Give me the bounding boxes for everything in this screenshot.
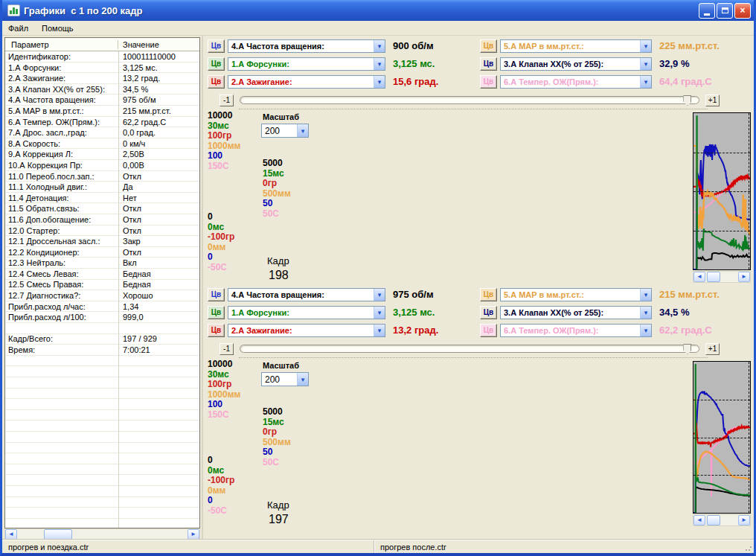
frame-back-button[interactable]: -1: [220, 95, 234, 106]
axis-label: 100: [208, 151, 240, 162]
series-select[interactable]: 5.А MAP в мм.рт.ст.:▾: [500, 288, 652, 301]
table-row: 11.4 Детонация:Нет: [5, 193, 199, 204]
param-name: 11.0 Переоб.посл.зап.:: [5, 171, 118, 182]
series-color-button[interactable]: Цв: [208, 39, 225, 53]
param-value: 62,2 град.С: [118, 117, 199, 128]
chevron-down-icon: ▾: [640, 40, 651, 52]
param-value: Откл: [118, 171, 199, 182]
scroll-right-icon[interactable]: ►: [738, 272, 750, 282]
param-name: 12.5 Смесь Правая:: [5, 279, 118, 290]
chevron-down-icon: ▾: [374, 76, 385, 88]
resize-grip[interactable]: [745, 544, 752, 552]
series-color-button[interactable]: Цв: [208, 75, 225, 89]
axis-label: 10000: [208, 111, 240, 121]
close-button[interactable]: ×: [734, 3, 751, 19]
param-value: 0,0 град.: [118, 127, 199, 138]
scrollbar-thumb[interactable]: [707, 272, 720, 282]
scale-select[interactable]: 200 ▾: [261, 124, 309, 138]
scrollbar-thumb[interactable]: [707, 515, 720, 525]
param-name: 12.0 Стартер:: [5, 226, 118, 237]
param-name: Кадр/Всего:: [5, 333, 118, 345]
scroll-right-icon[interactable]: ►: [188, 529, 199, 540]
param-name: 11.6 Доп.обогащение:: [5, 214, 118, 226]
series-current-value: 3,125 мс.: [388, 58, 435, 69]
series-select[interactable]: 1.А Форсунки:▾: [228, 57, 385, 71]
series-select[interactable]: 6.А Темпер. ОЖ(Прям.):▾: [500, 324, 652, 337]
series-select[interactable]: 2.А Зажигание:▾: [228, 324, 385, 337]
left-axis-labels: 1000030мс100гр1000мм100150С 00мс-100гр0м…: [208, 361, 255, 526]
series-selector-row: Цв5.А MAP в мм.рт.ст.:▾225 мм.рт.ст.: [480, 39, 751, 53]
param-value: Да: [118, 182, 199, 193]
scale-select[interactable]: 200 ▾: [261, 372, 309, 386]
param-value: 7:00:21: [118, 345, 199, 356]
slider-ticks: [239, 109, 708, 111]
axis-label: 5000: [263, 159, 291, 169]
series-select[interactable]: 5.А MAP в мм.рт.ст.:▾: [500, 39, 652, 53]
frame-caption: Кадр: [267, 499, 289, 511]
minimize-button[interactable]: [699, 3, 715, 19]
series-color-button[interactable]: Цв: [480, 324, 497, 337]
scroll-right-icon[interactable]: ►: [738, 515, 750, 525]
scrollbar-thumb[interactable]: [44, 529, 72, 540]
series-select[interactable]: 2.А Зажигание:▾: [228, 75, 385, 89]
frame-back-button[interactable]: -1: [220, 343, 234, 355]
series-select-label: 3.А Клапан ХХ(% от 255):: [501, 60, 640, 68]
status-file-left: прогрев и поездка.ctr: [2, 540, 374, 553]
series-select[interactable]: 3.А Клапан ХХ(% от 255):▾: [500, 306, 652, 319]
table-scrollbar[interactable]: ◄ ►: [4, 528, 200, 540]
series-select-label: 2.А Зажигание:: [228, 77, 374, 86]
table-row: Идентификатор:100011110000: [5, 51, 199, 63]
series-color-button[interactable]: Цв: [480, 288, 497, 301]
scroll-left-icon[interactable]: ◄: [5, 529, 17, 540]
table-row: 12.2 Кондиционер:Откл: [5, 247, 199, 258]
series-color-button[interactable]: Цв: [208, 288, 225, 301]
series-select[interactable]: 4.А Частота вращения:▾: [228, 288, 385, 301]
series-current-value: 3,125 мс.: [388, 307, 435, 318]
series-color-button[interactable]: Цв: [208, 306, 225, 319]
series-color-button[interactable]: Цв: [480, 306, 497, 319]
series-line: [693, 422, 750, 447]
menu-help[interactable]: Помощь: [42, 24, 74, 33]
series-select-label: 1.А Форсунки:: [228, 60, 374, 68]
series-color-button[interactable]: Цв: [480, 75, 497, 89]
series-select[interactable]: 6.А Темпер. ОЖ(Прям.):▾: [500, 75, 652, 89]
plot-area-top[interactable]: [693, 112, 751, 270]
param-value: 0 км/ч: [118, 138, 199, 150]
chart-scrollbar-top[interactable]: ◄ ►: [693, 271, 751, 283]
slider-track[interactable]: [240, 96, 699, 104]
table-row: 7.А Дрос. засл.,град:0,0 град.: [5, 127, 199, 138]
series-selector-row: Цв4.А Частота вращения:▾900 об/м: [208, 39, 480, 53]
frame-forward-button[interactable]: +1: [705, 343, 720, 355]
series-line: [696, 488, 750, 513]
series-selector-row: Цв3.А Клапан ХХ(% от 255):▾34,5 %: [480, 305, 751, 319]
slider-track[interactable]: [240, 345, 699, 353]
maximize-button[interactable]: [717, 3, 733, 19]
table-row: 12.7 Диагностика?:Хорошо: [5, 290, 199, 301]
param-name: 4.А Частота вращения:: [5, 95, 118, 106]
table-row: 5.А MAP в мм.рт.ст.:215 мм.рт.ст.: [5, 106, 199, 117]
column-header-value: Значение: [118, 40, 199, 49]
frame-slider[interactable]: [240, 343, 699, 355]
titlebar: Графики с 1 по 200 кадр ×: [2, 0, 754, 21]
param-name: Идентификатор:: [5, 51, 118, 63]
frame-forward-button[interactable]: +1: [705, 95, 720, 106]
series-select[interactable]: 3.А Клапан ХХ(% от 255):▾: [500, 57, 652, 71]
param-value: 3,125 мс.: [118, 63, 199, 74]
frame-slider[interactable]: [240, 95, 699, 106]
series-selectors-bottom: Цв4.А Частота вращения:▾975 об/мЦв5.А MA…: [208, 287, 751, 337]
series-color-button[interactable]: Цв: [480, 57, 497, 71]
plot-area-bottom[interactable]: [693, 361, 751, 514]
frame-number: 198: [269, 269, 289, 282]
chart-scrollbar-bottom[interactable]: ◄ ►: [693, 514, 751, 526]
series-select[interactable]: 4.А Частота вращения:▾: [228, 39, 385, 53]
series-color-button[interactable]: Цв: [208, 324, 225, 337]
chevron-down-icon: ▾: [374, 289, 385, 301]
scroll-left-icon[interactable]: ◄: [693, 515, 705, 525]
scroll-left-icon[interactable]: ◄: [693, 272, 705, 282]
series-color-button[interactable]: Цв: [480, 39, 497, 53]
menu-file[interactable]: Файл: [8, 24, 28, 33]
left-axis-labels: 1000030мс100гр1000мм100150С 00мс-100гр0м…: [208, 112, 255, 283]
param-name: 12.3 Нейтраль:: [5, 258, 118, 269]
series-color-button[interactable]: Цв: [208, 57, 225, 71]
series-select[interactable]: 1.А Форсунки:▾: [228, 306, 385, 319]
